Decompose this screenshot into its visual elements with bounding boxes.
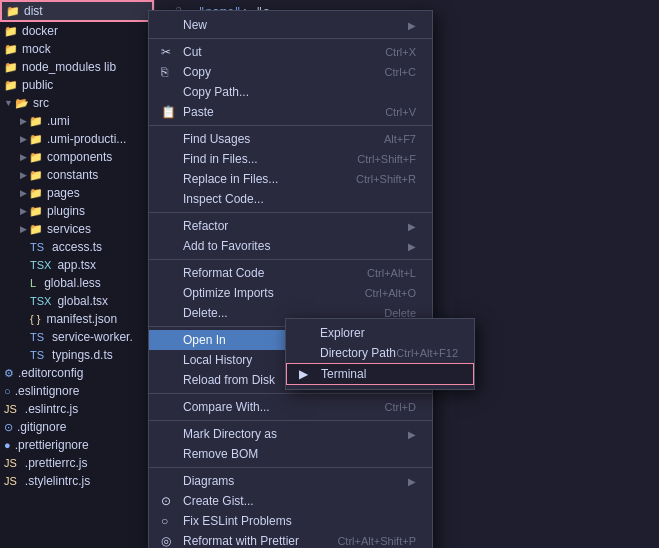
- menu-item-label: Paste: [183, 105, 365, 119]
- menu-item-find-in-files[interactable]: Find in Files... Ctrl+Shift+F: [149, 149, 432, 169]
- tree-label: mock: [22, 42, 51, 56]
- menu-item-label: Remove BOM: [183, 447, 416, 461]
- tree-item-pages[interactable]: ▶ 📁 pages: [0, 184, 154, 202]
- submenu-item-explorer[interactable]: Explorer: [286, 323, 474, 343]
- chevron-icon: ▶: [20, 206, 27, 216]
- menu-separator: [149, 38, 432, 39]
- tree-item-prettierignore[interactable]: ● .prettierignore: [0, 436, 154, 454]
- tree-label: plugins: [47, 204, 85, 218]
- menu-item-add-favorites[interactable]: Add to Favorites ▶: [149, 236, 432, 256]
- json-file-icon: { }: [30, 313, 40, 325]
- folder-icon: 📁: [4, 61, 18, 74]
- menu-item-label: Copy: [183, 65, 365, 79]
- tree-label: app.tsx: [57, 258, 96, 272]
- tree-item-node-modules[interactable]: 📁 node_modules lib: [0, 58, 154, 76]
- submenu-arrow-icon: ▶: [408, 241, 416, 252]
- tree-item-stylelintrc[interactable]: JS .stylelintrc.js: [0, 472, 154, 490]
- tree-label: access.ts: [52, 240, 102, 254]
- tree-item-access-ts[interactable]: TS access.ts: [0, 238, 154, 256]
- chevron-icon: ▶: [20, 188, 27, 198]
- menu-item-replace-in-files[interactable]: Replace in Files... Ctrl+Shift+R: [149, 169, 432, 189]
- tree-item-service-worker[interactable]: TS service-worker.: [0, 328, 154, 346]
- cut-icon: ✂: [161, 45, 177, 59]
- menu-item-diagrams[interactable]: Diagrams ▶: [149, 471, 432, 491]
- file-tree: 📁 dist 📁 docker 📁 mock 📁 node_modules li…: [0, 0, 155, 548]
- menu-item-copy-path[interactable]: Copy Path...: [149, 82, 432, 102]
- tree-label: .eslintrc.js: [25, 402, 78, 416]
- submenu-item-terminal[interactable]: ▶ Terminal: [286, 363, 474, 385]
- tree-item-manifest[interactable]: { } manifest.json: [0, 310, 154, 328]
- tree-item-docker[interactable]: 📁 docker: [0, 22, 154, 40]
- folder-icon: 📁: [29, 169, 43, 182]
- eslint-icon: ○: [161, 514, 177, 528]
- tree-item-editorconfig[interactable]: ⚙ .editorconfig: [0, 364, 154, 382]
- less-file-icon: L: [30, 277, 36, 289]
- tree-item-umi-prod[interactable]: ▶ 📁 .umi-producti...: [0, 130, 154, 148]
- chevron-icon: ▶: [20, 134, 27, 144]
- menu-item-cut[interactable]: ✂ Cut Ctrl+X: [149, 42, 432, 62]
- menu-item-label: Copy Path...: [183, 85, 416, 99]
- menu-item-label: Cut: [183, 45, 365, 59]
- tree-item-prettierrc[interactable]: JS .prettierrc.js: [0, 454, 154, 472]
- tree-label: .gitignore: [17, 420, 66, 434]
- menu-item-create-gist[interactable]: ⊙ Create Gist...: [149, 491, 432, 511]
- menu-item-remove-bom[interactable]: Remove BOM: [149, 444, 432, 464]
- folder-icon: 📁: [29, 115, 43, 128]
- menu-separator: [149, 212, 432, 213]
- tree-label: global.less: [44, 276, 101, 290]
- tree-item-umi[interactable]: ▶ 📁 .umi: [0, 112, 154, 130]
- tree-item-public[interactable]: 📁 public: [0, 76, 154, 94]
- menu-item-label: Refactor: [183, 219, 404, 233]
- menu-item-label: Create Gist...: [183, 494, 416, 508]
- tree-item-app-tsx[interactable]: TSX app.tsx: [0, 256, 154, 274]
- menu-item-refactor[interactable]: Refactor ▶: [149, 216, 432, 236]
- submenu-item-directory-path[interactable]: Directory Path Ctrl+Alt+F12: [286, 343, 474, 363]
- shortcut: Ctrl+Shift+R: [356, 173, 416, 185]
- folder-icon: 📁: [29, 151, 43, 164]
- tree-item-gitignore[interactable]: ⊙ .gitignore: [0, 418, 154, 436]
- tree-item-global-less[interactable]: L global.less: [0, 274, 154, 292]
- tree-item-typings[interactable]: TS typings.d.ts: [0, 346, 154, 364]
- tree-label: pages: [47, 186, 80, 200]
- tree-item-constants[interactable]: ▶ 📁 constants: [0, 166, 154, 184]
- menu-item-find-usages[interactable]: Find Usages Alt+F7: [149, 129, 432, 149]
- menu-item-reformat-code[interactable]: Reformat Code Ctrl+Alt+L: [149, 263, 432, 283]
- tree-label: public: [22, 78, 53, 92]
- shortcut: Alt+F7: [384, 133, 416, 145]
- tree-label: constants: [47, 168, 98, 182]
- menu-item-label: Diagrams: [183, 474, 404, 488]
- tree-item-plugins[interactable]: ▶ 📁 plugins: [0, 202, 154, 220]
- menu-item-reformat-prettier[interactable]: ◎ Reformat with Prettier Ctrl+Alt+Shift+…: [149, 531, 432, 548]
- ts-file-icon: TS: [30, 331, 44, 343]
- menu-item-inspect-code[interactable]: Inspect Code...: [149, 189, 432, 209]
- menu-item-optimize-imports[interactable]: Optimize Imports Ctrl+Alt+O: [149, 283, 432, 303]
- shortcut: Ctrl+X: [385, 46, 416, 58]
- tree-label: .editorconfig: [18, 366, 83, 380]
- menu-item-mark-directory[interactable]: Mark Directory as ▶: [149, 424, 432, 444]
- tree-item-eslintignore[interactable]: ○ .eslintignore: [0, 382, 154, 400]
- shortcut: Ctrl+V: [385, 106, 416, 118]
- menu-item-paste[interactable]: 📋 Paste Ctrl+V: [149, 102, 432, 122]
- tree-item-global-tsx[interactable]: TSX global.tsx: [0, 292, 154, 310]
- menu-item-fix-eslint[interactable]: ○ Fix ESLint Problems: [149, 511, 432, 531]
- menu-item-label: Reformat with Prettier: [183, 534, 317, 548]
- folder-icon: 📁: [4, 43, 18, 56]
- tree-item-services[interactable]: ▶ 📁 services: [0, 220, 154, 238]
- file-icon: ●: [4, 439, 11, 451]
- tree-item-components[interactable]: ▶ 📁 components: [0, 148, 154, 166]
- shortcut: Ctrl+D: [385, 401, 416, 413]
- ts-file-icon: TS: [30, 349, 44, 361]
- menu-item-label: Replace in Files...: [183, 172, 336, 186]
- file-icon: ○: [4, 385, 11, 397]
- tree-item-mock[interactable]: 📁 mock: [0, 40, 154, 58]
- menu-item-compare-with[interactable]: Compare With... Ctrl+D: [149, 397, 432, 417]
- menu-item-new[interactable]: New ▶: [149, 15, 432, 35]
- tree-label: .stylelintrc.js: [25, 474, 90, 488]
- tree-item-eslintrc[interactable]: JS .eslintrc.js: [0, 400, 154, 418]
- paste-icon: 📋: [161, 105, 177, 119]
- tree-item-dist[interactable]: 📁 dist: [0, 0, 154, 22]
- folder-icon: 📁: [29, 133, 43, 146]
- folder-icon: 📁: [4, 79, 18, 92]
- menu-item-copy[interactable]: ⎘ Copy Ctrl+C: [149, 62, 432, 82]
- tree-item-src[interactable]: ▼ 📂 src: [0, 94, 154, 112]
